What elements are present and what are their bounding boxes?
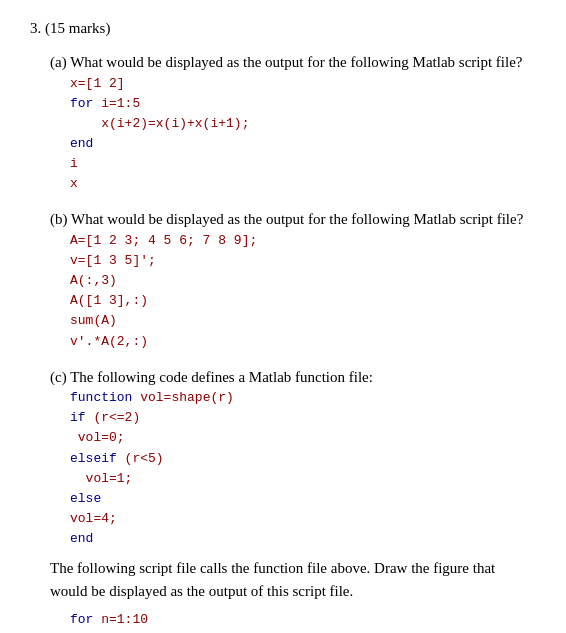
question-container: 3. (15 marks) (a) What would be displaye… [30, 20, 536, 633]
code-line: A=[1 2 3; 4 5 6; 7 8 9]; [70, 231, 536, 251]
code-line: else [70, 489, 536, 509]
part-b: (b) What would be displayed as the outpu… [30, 208, 536, 351]
code-line: if (r<=2) [70, 408, 536, 428]
part-b-code: A=[1 2 3; 4 5 6; 7 8 9]; v=[1 3 5]'; A(:… [70, 231, 536, 352]
code-line: sum(A) [70, 311, 536, 331]
part-c-code2: for n=1:10 vol(n)=shape(n); end plot(1:1… [70, 610, 536, 633]
part-a-label: (a) What would be displayed as the outpu… [50, 51, 536, 74]
part-c-code1: function vol=shape(r) if (r<=2) vol=0; e… [70, 388, 536, 549]
code-line: A(:,3) [70, 271, 536, 291]
question-marks: (15 marks) [45, 20, 110, 36]
code-line: vol=0; [70, 428, 536, 448]
code-line: i [70, 154, 536, 174]
part-c-label: (c) The following code defines a Matlab … [50, 366, 536, 389]
question-header: 3. (15 marks) [30, 20, 536, 37]
part-c-prose: The following script file calls the func… [50, 557, 536, 602]
code-line: vol=1; [70, 469, 536, 489]
code-line: v=[1 3 5]'; [70, 251, 536, 271]
part-a-code: x=[1 2] for i=1:5 x(i+2)=x(i)+x(i+1); en… [70, 74, 536, 195]
code-line: x [70, 174, 536, 194]
part-c: (c) The following code defines a Matlab … [30, 366, 536, 633]
code-line: A([1 3],:) [70, 291, 536, 311]
part-b-label: (b) What would be displayed as the outpu… [50, 208, 536, 231]
code-line: x=[1 2] [70, 74, 536, 94]
question-number: 3. [30, 20, 41, 36]
code-line: end [70, 529, 536, 549]
code-line: function vol=shape(r) [70, 388, 536, 408]
code-line: for i=1:5 [70, 94, 536, 114]
code-line: elseif (r<5) [70, 449, 536, 469]
part-a: (a) What would be displayed as the outpu… [30, 51, 536, 194]
code-line: vol=4; [70, 509, 536, 529]
code-line: v'.*A(2,:) [70, 332, 536, 352]
code-line: for n=1:10 [70, 610, 536, 630]
code-line: x(i+2)=x(i)+x(i+1); [70, 114, 536, 134]
code-line: end [70, 134, 536, 154]
